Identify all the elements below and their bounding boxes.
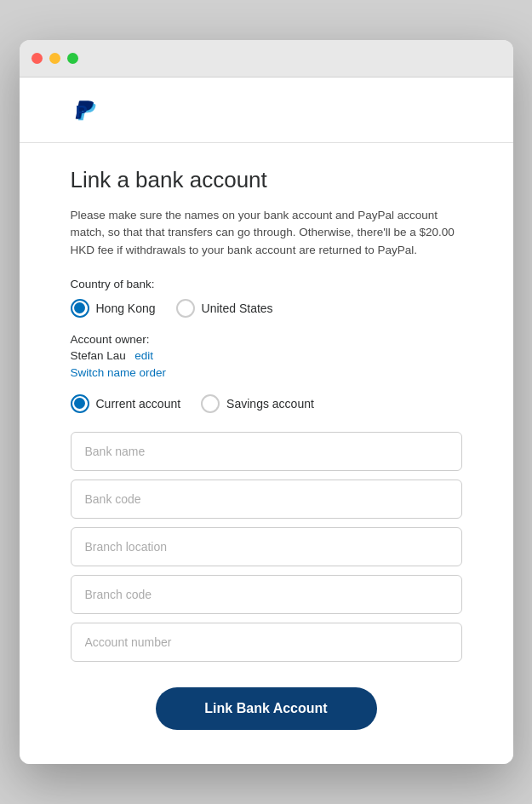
bank-name-input[interactable] [71,432,462,471]
radio-united-states-circle [176,299,195,318]
minimize-button[interactable] [49,53,60,64]
radio-hong-kong[interactable]: Hong Kong [71,299,156,318]
page-title: Link a bank account [71,167,462,193]
account-owner-name: Stefan Lau [71,349,126,362]
close-button[interactable] [31,53,43,64]
edit-link[interactable]: edit [134,349,153,362]
radio-current-account-label: Current account [96,397,181,411]
country-radio-group: Hong Kong United States [71,299,462,318]
branch-code-input[interactable] [71,575,462,614]
svg-text:P: P [75,101,87,121]
radio-savings-account[interactable]: Savings account [201,394,314,413]
account-owner-section: Account owner: Stefan Lau edit Switch na… [71,333,462,379]
content-area: P Link a bank account Please make sure t… [20,78,513,764]
radio-hong-kong-label: Hong Kong [96,302,156,315]
radio-hong-kong-circle [71,299,89,318]
browser-window: P Link a bank account Please make sure t… [20,40,513,764]
bank-code-input[interactable] [71,480,462,519]
country-label: Country of bank: [71,278,462,290]
form-fields [71,432,462,662]
radio-current-account-circle [71,394,89,413]
switch-name-link[interactable]: Switch name order [71,366,462,379]
radio-united-states-label: United States [202,302,273,315]
account-type-group: Current account Savings account [71,394,462,413]
title-bar [20,40,513,78]
radio-savings-account-label: Savings account [226,397,314,411]
main-content: Link a bank account Please make sure the… [20,143,513,764]
page-description: Please make sure the names on your bank … [71,207,462,259]
branch-location-input[interactable] [71,527,462,566]
paypal-logo: P [71,95,101,125]
logo-bar: P [20,78,513,143]
account-number-input[interactable] [71,623,462,662]
radio-united-states[interactable]: United States [176,299,273,318]
radio-current-account[interactable]: Current account [71,394,181,413]
link-bank-account-button[interactable]: Link Bank Account [156,687,377,730]
account-owner-details: Stefan Lau edit [71,347,462,363]
radio-savings-account-circle [201,394,220,413]
account-owner-label: Account owner: [71,333,462,346]
maximize-button[interactable] [67,53,78,64]
